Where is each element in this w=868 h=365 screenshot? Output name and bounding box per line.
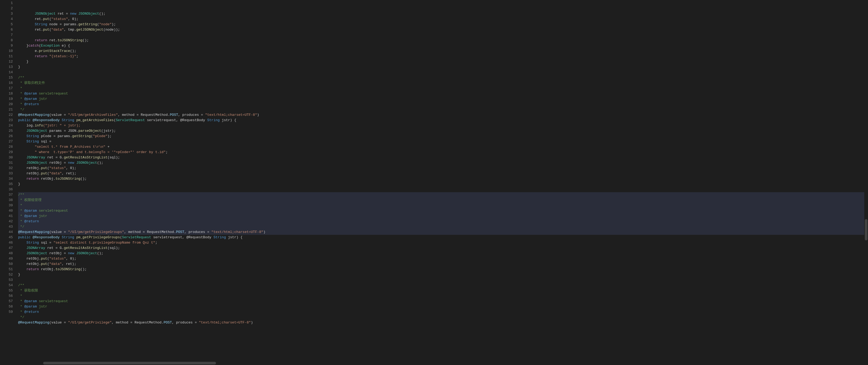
code-line: String node = params.getString("node"); [18,22,868,27]
code-line: ret.put("data", tmp.getJSONObject(node))… [18,27,868,32]
line-number: 51 [2,267,13,272]
code-line: return "{status:-1}"; [18,54,868,59]
line-number: 50 [2,261,13,267]
code-line: * @param servletrequest [18,299,868,304]
code-line [18,70,868,75]
code-line: @RequestMapping(value = "/UI/pm/getArchi… [18,112,868,118]
line-number: 58 [2,304,13,309]
code-line: * @param jstr [18,213,868,219]
line-number: 24 [2,123,13,128]
code-line: return retObj.toJSONString(); [18,176,868,181]
code-line: JSONObject retObj = new JSONObject(); [18,160,868,166]
code-line: retObj.put("status", 0); [18,166,868,171]
line-number: 19 [2,96,13,102]
code-line: JSONObject params = JSON.parseObject(jst… [18,128,868,134]
line-number: 37 [2,192,13,198]
code-line: * @param jstr [18,304,868,309]
line-number: 34 [2,176,13,181]
code-line: JSONObject retObj = new JSONObject(); [18,251,868,256]
line-number: 35 [2,181,13,187]
code-line: String sql = "select distinct t.privileg… [18,240,868,245]
line-number: 14 [2,70,13,75]
line-number: 10 [2,48,13,54]
line-number: 8 [2,38,13,43]
code-line: } [18,64,868,70]
line-number: 26 [2,134,13,139]
line-number: 53 [2,277,13,283]
code-content: 1234567891011121314151617181920212223242… [0,0,868,365]
vertical-scrollbar-thumb[interactable] [865,219,867,240]
code-line: * @param servletrequest [18,208,868,213]
code-lines[interactable]: JSONObject ret = new JSONObject(); ret.p… [16,0,868,365]
code-line: } [18,272,868,277]
code-line: * @param servletrequest [18,91,868,96]
code-line: * [18,203,868,208]
code-line: * [18,293,868,299]
line-number: 40 [2,208,13,213]
line-number: 46 [2,240,13,245]
line-number: 30 [2,155,13,160]
code-line: }catch(Exception e) { [18,43,868,48]
line-number: 6 [2,27,13,32]
code-line: retObj.put("data", ret); [18,261,868,267]
line-number: 16 [2,80,13,86]
line-number: 3 [2,11,13,16]
code-line [18,32,868,38]
code-line: */ [18,315,868,320]
line-number: 59 [2,309,13,315]
code-line: @RequestMapping(value = "/UI/pm/getPrivi… [18,320,868,325]
code-line: * @return [18,219,868,224]
horizontal-scrollbar-thumb[interactable] [43,362,216,364]
code-line: } [18,59,868,64]
line-number: 57 [2,299,13,304]
code-line: * 获取归档文件 [18,80,868,86]
code-line: * [18,86,868,91]
code-line: * @return [18,309,868,315]
line-number: 25 [2,128,13,134]
line-number: 43 [2,224,13,230]
line-number: 15 [2,75,13,80]
code-line: } [18,181,868,187]
code-line: public @ResponseBody String pm_getArchiv… [18,118,868,123]
code-line [18,277,868,283]
line-number: 54 [2,283,13,288]
line-number: 7 [2,32,13,38]
editor-container: 1234567891011121314151617181920212223242… [0,0,868,365]
line-number: 9 [2,43,13,48]
code-line: "select t.* from P_Archives t\r\n" + [18,144,868,150]
line-number: 28 [2,144,13,150]
line-number: 45 [2,235,13,240]
vertical-scrollbar[interactable] [864,0,868,365]
code-line: */ [18,224,868,230]
line-number: 31 [2,160,13,166]
line-number: 49 [2,256,13,261]
line-number: 52 [2,272,13,277]
code-line: * 权限组管理 [18,198,868,203]
code-line: /** [18,75,868,80]
code-line: log.info("jstr: " + jstr); [18,123,868,128]
code-line: * @param jstr [18,96,868,102]
line-number: 4 [2,16,13,22]
code-line: * @return [18,102,868,107]
line-number: 5 [2,22,13,27]
code-line: * 获取权限 [18,288,868,293]
line-number: 29 [2,150,13,155]
line-number: 1 [2,1,13,6]
code-line: JSONArray ret = G.getResultAsStringList(… [18,155,868,160]
line-number: 48 [2,251,13,256]
code-line: */ [18,107,868,112]
code-line: JSONArray ret = G.getResultAsStringList(… [18,245,868,251]
line-number: 12 [2,59,13,64]
code-line: ret.put("status", 0); [18,16,868,22]
code-line: e.printStackTrace(); [18,48,868,54]
code-line: retObj.put("data", ret); [18,171,868,176]
line-number: 44 [2,230,13,235]
line-number: 56 [2,293,13,299]
code-line: return retObj.toJSONString(); [18,267,868,272]
code-line: JSONObject ret = new JSONObject(); [18,11,868,16]
line-number: 2 [2,6,13,11]
code-line: return ret.toJSONString(); [18,38,868,43]
code-line: public @ResponseBody String pm_getPrivil… [18,235,868,240]
horizontal-scrollbar[interactable] [0,361,864,365]
code-line: retObj.put("status", 0); [18,256,868,261]
